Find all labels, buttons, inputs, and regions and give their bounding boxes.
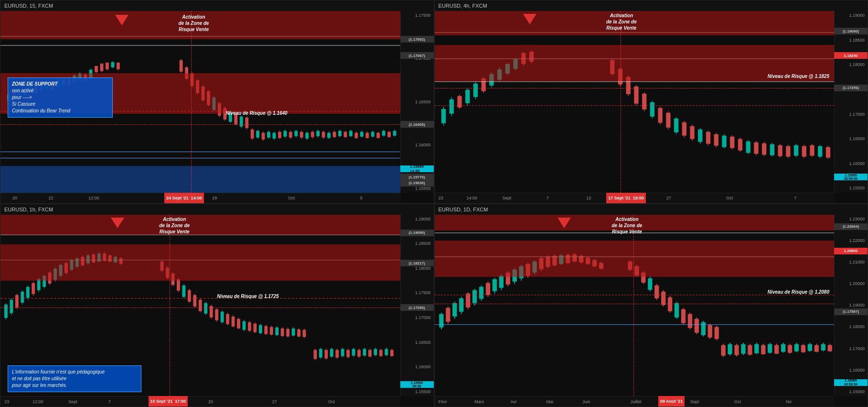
svg-rect-87	[283, 131, 287, 137]
svg-rect-111	[349, 131, 353, 136]
svg-rect-465	[787, 345, 792, 352]
svg-rect-455	[754, 344, 759, 353]
svg-rect-463	[781, 344, 785, 352]
time-axis-tr: 23 14:00 Sept 7 13 27 Oct 7 17 Sept '21 …	[435, 193, 835, 203]
svg-rect-170	[634, 87, 638, 104]
svg-rect-477	[827, 345, 832, 351]
svg-rect-475	[821, 344, 825, 350]
svg-rect-142	[449, 99, 453, 114]
svg-rect-73	[245, 118, 248, 128]
svg-rect-471	[807, 344, 812, 351]
svg-rect-342	[352, 349, 355, 355]
svg-rect-288	[199, 299, 202, 311]
svg-rect-103	[327, 133, 331, 138]
price-badge-18250-tr: 1.18250	[834, 52, 868, 59]
price-badge-current-br: 1.1599502:59:54	[834, 379, 868, 386]
svg-rect-314	[270, 327, 273, 334]
price-badge-17502: (1.17502)	[400, 36, 434, 43]
svg-rect-300	[232, 316, 235, 326]
svg-rect-214	[810, 145, 814, 156]
svg-rect-83	[273, 133, 276, 139]
svg-rect-445	[721, 345, 725, 355]
svg-rect-184	[690, 126, 694, 139]
svg-rect-125	[387, 132, 391, 137]
niveau-label-bl: Niveau de Risque @ 1.1725	[217, 294, 279, 299]
svg-rect-192	[722, 136, 726, 147]
chart-top-left: EURUSD, 15, FXCM	[0, 0, 434, 204]
chart-title-tr: EURUSD, 4h, FXCM	[439, 3, 487, 9]
svg-rect-379	[479, 286, 483, 298]
candle-area-tr	[435, 11, 835, 193]
svg-rect-375	[466, 293, 470, 307]
svg-rect-188	[706, 132, 710, 144]
svg-rect-234	[15, 295, 19, 307]
svg-rect-427	[661, 291, 665, 305]
activation-text-bl: Activationde la Zone deRisque Vente	[143, 216, 205, 235]
info-box-tl: ZONE DE SUPPORTnon activépour ---->Si Ca…	[8, 77, 113, 118]
svg-rect-302	[237, 319, 240, 328]
svg-rect-377	[472, 290, 477, 303]
hline-risk-tr	[435, 88, 835, 88]
svg-rect-433	[681, 309, 685, 323]
bear-marker-tl	[115, 15, 129, 25]
svg-rect-148	[473, 84, 477, 97]
price-badge-18217-bl: (1.18217)	[400, 260, 434, 266]
svg-rect-49	[180, 60, 183, 72]
chart-title-br: EURUSD, 1D, FXCM	[439, 207, 488, 212]
niveau-label-br: Niveau de Risque @ 1.2080	[768, 289, 829, 295]
svg-rect-75	[251, 130, 254, 139]
svg-rect-121	[376, 133, 380, 138]
vline-br	[633, 215, 634, 396]
svg-rect-326	[303, 330, 306, 337]
svg-rect-79	[262, 133, 265, 140]
svg-rect-47	[117, 63, 120, 69]
svg-rect-334	[330, 349, 333, 356]
svg-rect-373	[459, 298, 463, 311]
svg-rect-91	[294, 131, 298, 136]
svg-rect-352	[379, 350, 383, 356]
svg-rect-216	[818, 146, 822, 157]
svg-rect-322	[292, 328, 295, 335]
svg-rect-443	[714, 327, 718, 339]
price-badge-19090-tr: (1.19090)	[834, 28, 868, 34]
svg-rect-437	[694, 319, 698, 332]
svg-rect-431	[674, 303, 678, 317]
svg-rect-174	[650, 102, 654, 117]
svg-rect-119	[371, 132, 375, 137]
price-axis-br: 1.23000 1.22000 1.21000 1.20000 1.19000 …	[834, 215, 868, 396]
svg-rect-385	[499, 275, 503, 287]
bear-marker-bl	[111, 218, 124, 228]
svg-rect-312	[264, 326, 268, 334]
price-badge-19090-bl: (1.19090)	[400, 230, 434, 236]
svg-rect-332	[324, 350, 328, 358]
svg-rect-338	[341, 349, 344, 356]
svg-rect-107	[338, 131, 342, 136]
hline-risk-br	[435, 304, 835, 304]
svg-rect-304	[242, 321, 246, 330]
svg-rect-176	[658, 108, 662, 123]
svg-rect-109	[343, 132, 347, 137]
price-badge-current-bl: 1.1599559:55	[400, 381, 434, 388]
svg-rect-318	[281, 328, 284, 336]
svg-rect-282	[182, 285, 185, 297]
svg-rect-451	[741, 344, 745, 353]
svg-rect-180	[674, 119, 678, 132]
svg-rect-449	[734, 345, 739, 355]
svg-rect-77	[256, 131, 259, 138]
svg-rect-286	[193, 295, 196, 306]
svg-rect-238	[26, 286, 30, 297]
price-badge-20800-br: 1.20800	[834, 248, 868, 254]
svg-rect-127	[393, 131, 396, 136]
svg-rect-99	[316, 131, 320, 136]
svg-rect-324	[297, 329, 300, 336]
price-badge-current-tl: 1.1599514:55	[400, 165, 434, 172]
chart-title-bl: EURUSD, 1h, FXCM	[4, 207, 53, 212]
bear-marker-br	[557, 218, 571, 228]
chart-bottom-right: EURUSD, 1D, FXCM	[434, 204, 868, 407]
chart-header-tl: EURUSD, 15, FXCM	[0, 0, 434, 11]
svg-rect-336	[335, 350, 339, 357]
vline-tl	[191, 11, 192, 193]
svg-rect-95	[305, 133, 309, 139]
svg-rect-367	[439, 314, 443, 327]
chart-title-tl: EURUSD, 15, FXCM	[4, 3, 53, 9]
